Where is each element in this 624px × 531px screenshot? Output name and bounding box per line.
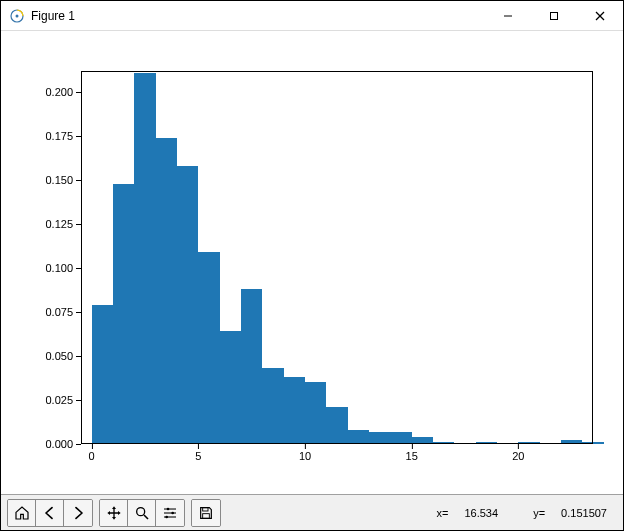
app-icon — [9, 8, 25, 24]
coord-x-label: x= — [437, 507, 449, 519]
svg-point-13 — [165, 515, 168, 518]
x-tick-label: 5 — [195, 444, 201, 462]
minimize-button[interactable] — [485, 1, 531, 30]
forward-button[interactable] — [64, 500, 92, 526]
y-tick-label: 0.200 — [45, 86, 81, 98]
toolbar-group-view — [99, 499, 185, 527]
y-tick-label: 0.000 — [45, 438, 81, 450]
navigation-toolbar: x=16.534 y=0.151507 — [1, 494, 623, 530]
axes: 0.0000.0250.0500.0750.1000.1250.1500.175… — [81, 71, 593, 444]
y-tick-label: 0.025 — [45, 394, 81, 406]
coord-y-value: 0.151507 — [561, 507, 607, 519]
y-tick-label: 0.150 — [45, 174, 81, 186]
axes-frame — [81, 71, 593, 444]
configure-subplots-button[interactable] — [156, 500, 184, 526]
y-tick-label: 0.175 — [45, 130, 81, 142]
y-tick-label: 0.075 — [45, 306, 81, 318]
figure-canvas[interactable]: 0.0000.0250.0500.0750.1000.1250.1500.175… — [1, 31, 623, 494]
toolbar-group-file — [191, 499, 221, 527]
back-button[interactable] — [36, 500, 64, 526]
coord-x: x=16.534 — [421, 507, 499, 519]
close-button[interactable] — [577, 1, 623, 30]
coord-y-label: y= — [533, 507, 545, 519]
coord-x-value: 16.534 — [464, 507, 498, 519]
y-tick-label: 0.100 — [45, 262, 81, 274]
title-bar: Figure 1 — [1, 1, 623, 31]
svg-point-11 — [171, 511, 174, 514]
toolbar-group-nav — [7, 499, 93, 527]
x-tick-label: 10 — [299, 444, 311, 462]
y-tick-label: 0.125 — [45, 218, 81, 230]
svg-line-7 — [144, 515, 148, 519]
x-tick-label: 15 — [406, 444, 418, 462]
pan-button[interactable] — [100, 500, 128, 526]
home-button[interactable] — [8, 500, 36, 526]
zoom-button[interactable] — [128, 500, 156, 526]
save-button[interactable] — [192, 500, 220, 526]
window-controls — [485, 1, 623, 30]
svg-point-6 — [136, 507, 144, 515]
maximize-button[interactable] — [531, 1, 577, 30]
svg-rect-3 — [551, 12, 558, 19]
cursor-coordinates: x=16.534 y=0.151507 — [405, 507, 617, 519]
x-tick-label: 0 — [89, 444, 95, 462]
coord-y: y=0.151507 — [517, 507, 607, 519]
x-tick-label: 20 — [512, 444, 524, 462]
y-tick-label: 0.050 — [45, 350, 81, 362]
window-title: Figure 1 — [31, 9, 485, 23]
svg-point-1 — [16, 14, 19, 17]
svg-rect-15 — [203, 513, 210, 518]
svg-point-9 — [167, 507, 170, 510]
